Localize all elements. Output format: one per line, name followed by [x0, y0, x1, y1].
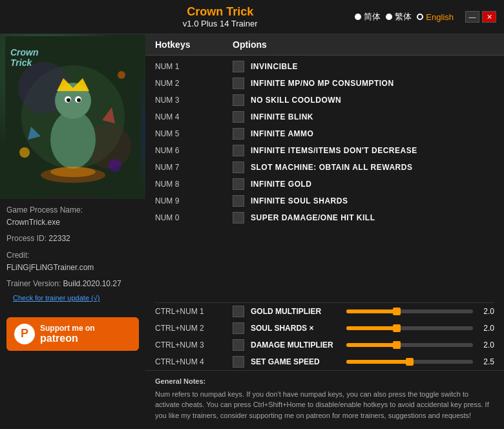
lang-label-english: English — [426, 12, 454, 22]
trainer-version-section: Trainer Version: Build.2020.10.27 — [6, 278, 139, 290]
toggle-7[interactable] — [233, 178, 244, 190]
hotkey-label-3: NUM 4 — [155, 112, 233, 121]
lang-dot-traditional — [386, 14, 392, 20]
trainer-version-value: Build.2020.10.27 — [63, 279, 121, 288]
toggle-6[interactable] — [233, 162, 244, 173]
svg-point-15 — [109, 159, 121, 172]
svg-point-14 — [118, 71, 125, 79]
slider-thumb-2[interactable] — [393, 341, 401, 349]
option-label-1: INFINITE MP/NO MP CONSUMPTION — [251, 79, 394, 88]
patreon-brand-name: patreon — [40, 333, 95, 344]
hotkey-label-5: NUM 6 — [155, 146, 233, 155]
slider-track-2[interactable] — [346, 343, 473, 347]
patreon-text: Support me on patreon — [40, 324, 95, 344]
option-label-3: INFINITE BLINK — [251, 112, 313, 121]
main-content: Crown Trick Game Process Name: CrownTric… — [0, 34, 504, 426]
hotkey-label-4: NUM 5 — [155, 129, 233, 138]
lang-traditional[interactable]: 繁体 — [386, 11, 412, 23]
slider-label-0: GOLD MULTIPLIER — [251, 307, 341, 316]
hotkey-label-2: NUM 3 — [155, 96, 233, 105]
toggle-3[interactable] — [233, 111, 244, 123]
credit-value: FLiNG|FLiNGTrainer.com — [6, 263, 94, 272]
hotkey-label-7: NUM 8 — [155, 180, 233, 189]
left-panel: Crown Trick Game Process Name: CrownTric… — [0, 34, 145, 426]
slider-toggle-1[interactable] — [233, 322, 244, 334]
svg-point-4 — [50, 110, 96, 169]
language-controls: 简体 繁体 English — ✕ — [355, 11, 496, 23]
check-update-link[interactable]: Check for trainer update (√) — [6, 290, 139, 307]
slider-fill-2 — [346, 343, 397, 347]
process-id-value: 22332 — [48, 234, 70, 243]
slider-value-3: 2.5 — [478, 357, 494, 366]
slider-fill-3 — [346, 360, 410, 364]
toggle-0[interactable] — [233, 61, 244, 72]
slider-control-0: GOLD MULTIPLIER 2.0 — [251, 307, 494, 316]
slider-hotkey-2: CTRL+NUM 3 — [155, 340, 233, 350]
svg-text:Trick: Trick — [10, 58, 32, 68]
slider-hotkey-0: CTRL+NUM 1 — [155, 307, 233, 316]
option-row-2: NUM 3 NO SKILL COOLDOWN — [145, 92, 504, 109]
minimize-button[interactable]: — — [465, 11, 479, 23]
slider-thumb-0[interactable] — [393, 308, 401, 315]
slider-row-2: CTRL+NUM 3 DAMAGE MULTIPLIER 2.0 — [145, 337, 504, 353]
sliders-container: CTRL+NUM 1 GOLD MULTIPLIER 2.0 CTRL+NUM … — [145, 303, 504, 370]
patreon-banner[interactable]: P Support me on patreon — [6, 317, 139, 351]
option-row-6: NUM 7 SLOT MACHINE: OBTAIN ALL REWARDS — [145, 159, 504, 176]
patreon-support-text: Support me on — [40, 324, 95, 333]
option-row-8: NUM 9 INFINITE SOUL SHARDS — [145, 193, 504, 209]
lang-simplified[interactable]: 简体 — [355, 11, 381, 23]
slider-value-2: 2.0 — [478, 340, 494, 350]
slider-thumb-1[interactable] — [393, 324, 401, 332]
slider-value-1: 2.0 — [478, 324, 494, 333]
slider-toggle-2[interactable] — [233, 339, 244, 351]
credit-section: Credit: FLiNG|FLiNGTrainer.com — [6, 249, 139, 274]
slider-track-3[interactable] — [346, 360, 473, 364]
toggle-1[interactable] — [233, 78, 244, 89]
patreon-icon: P — [14, 324, 35, 344]
toggle-2[interactable] — [233, 94, 244, 106]
lang-english[interactable]: English — [417, 12, 454, 22]
slider-thumb-3[interactable] — [406, 358, 414, 366]
table-header: Hotkeys Options — [145, 34, 504, 56]
slider-value-0: 2.0 — [478, 307, 494, 316]
slider-track-1[interactable] — [346, 326, 473, 330]
hotkey-label-9: NUM 0 — [155, 213, 233, 222]
option-label-8: INFINITE SOUL SHARDS — [251, 196, 348, 205]
slider-hotkey-3: CTRL+NUM 4 — [155, 357, 233, 366]
hotkeys-header: Hotkeys — [155, 39, 233, 50]
hotkey-label-6: NUM 7 — [155, 163, 233, 172]
slider-hotkey-1: CTRL+NUM 2 — [155, 324, 233, 333]
slider-control-1: SOUL SHARDS × 2.0 — [251, 324, 494, 333]
lang-dot-english — [417, 14, 423, 20]
options-header: Options — [233, 39, 494, 50]
slider-label-2: DAMAGE MULTIPLIER — [251, 340, 341, 350]
right-panel: Hotkeys Options NUM 1 INVINCIBLE NUM 2 I… — [145, 34, 504, 426]
option-label-0: INVINCIBLE — [251, 62, 298, 71]
lang-dot-simplified — [355, 14, 361, 20]
slider-track-0[interactable] — [346, 309, 473, 313]
game-title: Crown Trick — [85, 5, 355, 19]
option-row-9: NUM 0 SUPER DAMAGE/ONE HIT KILL — [145, 209, 504, 226]
option-row-0: NUM 1 INVINCIBLE — [145, 58, 504, 75]
close-button[interactable]: ✕ — [482, 11, 496, 23]
svg-point-9 — [67, 98, 70, 102]
process-id-section: Process ID: 22332 — [6, 233, 139, 245]
options-list: NUM 1 INVINCIBLE NUM 2 INFINITE MP/NO MP… — [145, 56, 504, 302]
slider-control-2: DAMAGE MULTIPLIER 2.0 — [251, 340, 494, 350]
option-label-6: SLOT MACHINE: OBTAIN ALL REWARDS — [251, 163, 412, 172]
lang-label-simplified: 简体 — [364, 11, 381, 23]
slider-control-3: SET GAME SPEED 2.5 — [251, 357, 494, 366]
option-row-4: NUM 5 INFINITE AMMO — [145, 125, 504, 142]
option-label-2: NO SKILL COOLDOWN — [251, 96, 341, 105]
toggle-4[interactable] — [233, 128, 244, 140]
title-bar: Crown Trick v1.0 Plus 14 Trainer 简体 繁体 E… — [0, 0, 504, 34]
slider-toggle-3[interactable] — [233, 356, 244, 368]
option-row-1: NUM 2 INFINITE MP/NO MP CONSUMPTION — [145, 75, 504, 92]
slider-row-0: CTRL+NUM 1 GOLD MULTIPLIER 2.0 — [145, 303, 504, 320]
toggle-8[interactable] — [233, 195, 244, 207]
slider-toggle-0[interactable] — [233, 306, 244, 317]
slider-row-3: CTRL+NUM 4 SET GAME SPEED 2.5 — [145, 353, 504, 370]
toggle-5[interactable] — [233, 145, 244, 156]
toggle-9[interactable] — [233, 212, 244, 224]
lang-label-traditional: 繁体 — [395, 11, 412, 23]
